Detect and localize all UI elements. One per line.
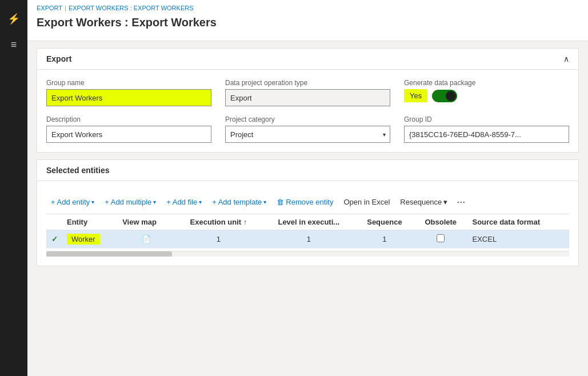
checkmark-icon: ✓	[51, 235, 58, 243]
entity-name-badge: Worker	[67, 234, 100, 245]
export-form-grid: Group name Data project operation type G…	[46, 79, 569, 143]
add-file-chevron-icon: ▾	[199, 199, 202, 205]
breadcrumb-sep: |	[65, 5, 66, 11]
resequence-label: Resequence	[400, 198, 442, 206]
generate-dp-toggle[interactable]	[432, 90, 457, 102]
col-check	[46, 214, 62, 230]
group-name-input[interactable]	[46, 89, 211, 106]
toggle-yes-label: Yes	[404, 89, 427, 102]
group-id-label: Group ID	[404, 115, 569, 123]
horizontal-scrollbar[interactable]	[46, 251, 569, 257]
open-in-excel-button[interactable]: Open in Excel	[339, 195, 394, 209]
col-execution-unit: Execution unit ↑	[175, 214, 262, 230]
operation-type-input[interactable]	[225, 89, 390, 106]
add-template-label: + Add template	[212, 198, 262, 206]
menu-icon[interactable]: ≡	[0, 32, 27, 58]
breadcrumb-export-link[interactable]: EXPORT	[37, 5, 62, 11]
add-entity-chevron-icon: ▾	[91, 199, 94, 205]
export-card-collapse-button[interactable]: ∧	[563, 54, 569, 63]
row-obsolete	[414, 230, 468, 249]
view-map-icon: 📄	[142, 235, 151, 243]
export-card-header: Export ∧	[37, 49, 578, 70]
project-category-field: Project category Project Default Custom …	[225, 115, 390, 143]
sidebar: ⚡ ≡	[0, 0, 27, 376]
add-entity-label: + Add entity	[51, 198, 90, 206]
row-view-map[interactable]: 📄	[118, 230, 175, 249]
add-entity-button[interactable]: + Add entity ▾	[46, 195, 99, 209]
remove-entity-label: Remove entity	[286, 198, 333, 206]
group-name-field: Group name	[46, 79, 211, 106]
add-file-label: + Add file	[166, 198, 197, 206]
export-card: Export ∧ Group name Data project operati…	[37, 48, 579, 153]
operation-type-label: Data project operation type	[225, 79, 390, 87]
resequence-button[interactable]: Resequence ▾	[395, 195, 452, 209]
toggle-thumb	[446, 91, 456, 101]
add-template-button[interactable]: + Add template ▾	[207, 195, 271, 209]
row-level-in-execution: 1	[262, 230, 355, 249]
operation-type-field: Data project operation type	[225, 79, 390, 106]
description-field: Description	[46, 115, 211, 143]
trash-icon: 🗑	[277, 198, 284, 206]
row-check: ✓	[46, 230, 62, 249]
breadcrumb-current: EXPORT WORKERS : EXPORT WORKERS	[69, 5, 194, 11]
row-source-data-format: EXCEL	[468, 230, 570, 249]
description-input[interactable]	[46, 126, 211, 143]
main-content: EXPORT | EXPORT WORKERS : EXPORT WORKERS…	[27, 0, 588, 376]
add-multiple-chevron-icon: ▾	[153, 199, 156, 205]
page-title: Export Workers : Export Workers	[27, 14, 588, 35]
add-template-chevron-icon: ▾	[263, 199, 266, 205]
entities-table-container: Entity View map Execution unit ↑ Level i…	[46, 214, 569, 249]
group-name-label: Group name	[46, 79, 211, 87]
entities-card: Selected entities + Add entity ▾ + Add m…	[37, 159, 579, 266]
more-options-button[interactable]: ···	[453, 195, 469, 209]
col-sequence: Sequence	[355, 214, 414, 230]
generate-dp-field: Generate data package Yes	[404, 79, 569, 106]
row-sequence: 1	[355, 230, 414, 249]
col-entity: Entity	[62, 214, 118, 230]
group-id-field: Group ID {3815CC16-76ED-4D8A-8559-7...	[404, 115, 569, 143]
entities-card-body: + Add entity ▾ + Add multiple ▾ + Add fi…	[37, 181, 578, 266]
table-row[interactable]: ✓ Worker 📄 1 1 1	[46, 230, 569, 249]
breadcrumb: EXPORT | EXPORT WORKERS : EXPORT WORKERS	[27, 0, 588, 14]
generate-dp-label: Generate data package	[404, 79, 569, 87]
entities-card-title: Selected entities	[46, 166, 110, 175]
entities-table: Entity View map Execution unit ↑ Level i…	[46, 214, 569, 249]
scrollbar-thumb	[46, 251, 172, 257]
group-id-value: {3815CC16-76ED-4D8A-8559-7...	[404, 126, 569, 143]
export-card-body: Group name Data project operation type G…	[37, 70, 578, 152]
table-header-row: Entity View map Execution unit ↑ Level i…	[46, 214, 569, 230]
export-card-title: Export	[46, 54, 71, 63]
obsolete-checkbox[interactable]	[437, 234, 445, 242]
col-obsolete: Obsolete	[414, 214, 468, 230]
add-multiple-button[interactable]: + Add multiple ▾	[100, 195, 161, 209]
page-body: Export ∧ Group name Data project operati…	[27, 41, 588, 376]
entities-card-header: Selected entities	[37, 160, 578, 181]
filter-icon[interactable]: ⚡	[0, 6, 27, 32]
add-multiple-label: + Add multiple	[105, 198, 151, 206]
row-entity: Worker	[62, 230, 118, 249]
col-view-map: View map	[118, 214, 175, 230]
generate-dp-wrapper: Yes	[404, 89, 569, 102]
open-in-excel-label: Open in Excel	[343, 198, 390, 206]
col-level-in-execution: Level in executi...	[262, 214, 355, 230]
add-file-button[interactable]: + Add file ▾	[162, 195, 206, 209]
remove-entity-button[interactable]: 🗑 Remove entity	[272, 195, 338, 209]
description-label: Description	[46, 115, 211, 123]
col-source-data-format: Source data format	[468, 214, 570, 230]
project-category-wrapper: Project Default Custom ▾	[225, 126, 390, 143]
project-category-select[interactable]: Project Default Custom	[225, 126, 390, 143]
entities-toolbar: + Add entity ▾ + Add multiple ▾ + Add fi…	[46, 190, 569, 214]
resequence-chevron-icon: ▾	[443, 198, 447, 206]
project-category-label: Project category	[225, 115, 390, 123]
row-execution-unit: 1	[175, 230, 262, 249]
